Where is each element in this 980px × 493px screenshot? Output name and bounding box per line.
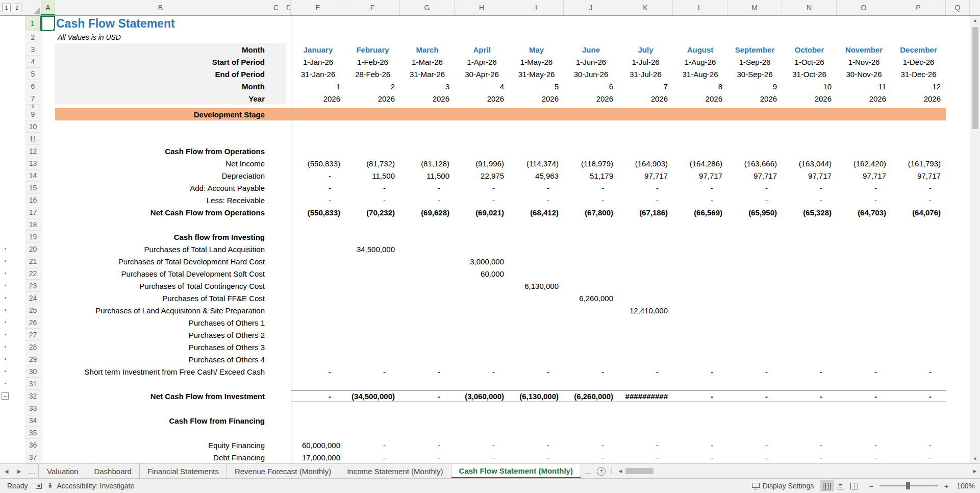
cell-I31[interactable] xyxy=(509,378,564,390)
cell-P20[interactable] xyxy=(891,243,946,255)
cell-O23[interactable] xyxy=(837,280,891,292)
cell-L27[interactable] xyxy=(673,329,727,341)
cell-O24[interactable] xyxy=(837,292,891,304)
cell-I30[interactable]: - xyxy=(509,365,564,378)
row-header-6[interactable]: 6 xyxy=(25,80,41,92)
cell-O11[interactable] xyxy=(837,133,891,145)
cell-M10[interactable] xyxy=(727,120,782,133)
cell-J28[interactable] xyxy=(564,341,618,353)
cell-M32[interactable]: - xyxy=(727,390,782,402)
cell-C32[interactable] xyxy=(266,390,286,402)
cell-A35[interactable] xyxy=(41,427,55,439)
cell-M1[interactable] xyxy=(727,16,782,31)
cell-G5[interactable]: 31-Mar-26 xyxy=(400,68,455,80)
cell-L30[interactable]: - xyxy=(673,365,727,378)
row-header-23[interactable]: 23 xyxy=(25,280,41,292)
cell-B33[interactable] xyxy=(55,402,266,414)
cell-E23[interactable] xyxy=(291,280,345,292)
row-header-5[interactable]: 5 xyxy=(25,68,41,80)
cell-F32[interactable]: (34,500,000) xyxy=(345,390,400,402)
cell-C22[interactable] xyxy=(266,267,286,280)
cell-K20[interactable] xyxy=(618,243,673,255)
cell-F33[interactable] xyxy=(345,402,400,414)
cell-I19[interactable] xyxy=(509,231,564,243)
cell-P37[interactable]: - xyxy=(891,451,946,463)
cell-L22[interactable] xyxy=(673,267,727,280)
cell-E20[interactable] xyxy=(291,243,345,255)
cell-A29[interactable] xyxy=(41,353,55,365)
cell-E14[interactable]: - xyxy=(291,169,345,182)
cell-H6[interactable]: 4 xyxy=(455,80,509,92)
cell-J8[interactable] xyxy=(564,105,618,108)
cell-D20[interactable] xyxy=(286,243,291,255)
cell-L23[interactable] xyxy=(673,280,727,292)
cell-C37[interactable] xyxy=(266,451,286,463)
cell-L32[interactable]: - xyxy=(673,390,727,402)
cell-P19[interactable] xyxy=(891,231,946,243)
cell-M20[interactable] xyxy=(727,243,782,255)
cell-E15[interactable]: - xyxy=(291,182,345,194)
cell-L4[interactable]: 1-Aug-26 xyxy=(673,56,727,68)
column-header-D[interactable]: D xyxy=(286,0,291,15)
cell-I18[interactable] xyxy=(509,218,564,231)
cell-N28[interactable] xyxy=(782,341,837,353)
cell-I33[interactable] xyxy=(509,402,564,414)
cell-L24[interactable] xyxy=(673,292,727,304)
cell-F16[interactable]: - xyxy=(345,194,400,206)
cell-O15[interactable]: - xyxy=(837,182,891,194)
row-header-34[interactable]: 34 xyxy=(25,414,41,427)
cell-C25[interactable] xyxy=(266,304,286,316)
cell-I4[interactable]: 1-May-26 xyxy=(509,56,564,68)
cell-A25[interactable] xyxy=(41,304,55,316)
cell-G30[interactable]: - xyxy=(400,365,455,378)
cell-C18[interactable] xyxy=(266,218,286,231)
cell-C29[interactable] xyxy=(266,353,286,365)
cell-D2[interactable] xyxy=(286,31,291,43)
cell-B8[interactable] xyxy=(55,105,266,108)
cell-N20[interactable] xyxy=(782,243,837,255)
row-header-30[interactable]: 30 xyxy=(25,365,41,378)
cell-B12[interactable]: Cash Flow from Operations xyxy=(55,145,266,157)
cell-P23[interactable] xyxy=(891,280,946,292)
cell-N19[interactable] xyxy=(782,231,837,243)
cell-D16[interactable] xyxy=(286,194,291,206)
row-header-9[interactable]: 9 xyxy=(25,108,41,120)
cell-G24[interactable] xyxy=(400,292,455,304)
cell-N3[interactable]: October xyxy=(782,43,837,56)
cell-N8[interactable] xyxy=(782,105,837,108)
cell-E9[interactable] xyxy=(291,108,345,120)
cell-P36[interactable]: - xyxy=(891,439,946,451)
cell-A1[interactable] xyxy=(41,16,55,31)
cell-L6[interactable]: 8 xyxy=(673,80,727,92)
cell-K26[interactable] xyxy=(618,316,673,329)
cell-G34[interactable] xyxy=(400,414,455,427)
cell-C27[interactable] xyxy=(266,329,286,341)
cell-N10[interactable] xyxy=(782,120,837,133)
cell-K19[interactable] xyxy=(618,231,673,243)
cell-N11[interactable] xyxy=(782,133,837,145)
cell-E33[interactable] xyxy=(291,402,345,414)
cell-O2[interactable] xyxy=(837,31,891,43)
cell-M35[interactable] xyxy=(727,427,782,439)
cell-M27[interactable] xyxy=(727,329,782,341)
cell-G7[interactable]: 2026 xyxy=(400,92,455,105)
cell-J19[interactable] xyxy=(564,231,618,243)
cell-O16[interactable]: - xyxy=(837,194,891,206)
row-header-12[interactable]: 12 xyxy=(25,145,41,157)
cell-F19[interactable] xyxy=(345,231,400,243)
cell-J33[interactable] xyxy=(564,402,618,414)
column-header-I[interactable]: I xyxy=(509,0,564,15)
cell-G15[interactable]: - xyxy=(400,182,455,194)
cell-A14[interactable] xyxy=(41,169,55,182)
cell-K25[interactable]: 12,410,000 xyxy=(618,304,673,316)
cell-G10[interactable] xyxy=(400,120,455,133)
cell-I7[interactable]: 2026 xyxy=(509,92,564,105)
cell-P10[interactable] xyxy=(891,120,946,133)
cell-O33[interactable] xyxy=(837,402,891,414)
cell-I12[interactable] xyxy=(509,145,564,157)
column-header-G[interactable]: G xyxy=(400,0,455,15)
cell-O22[interactable] xyxy=(837,267,891,280)
cell-E6[interactable]: 1 xyxy=(291,80,345,92)
cell-F1[interactable] xyxy=(345,16,400,31)
row-header-26[interactable]: 26 xyxy=(25,316,41,329)
